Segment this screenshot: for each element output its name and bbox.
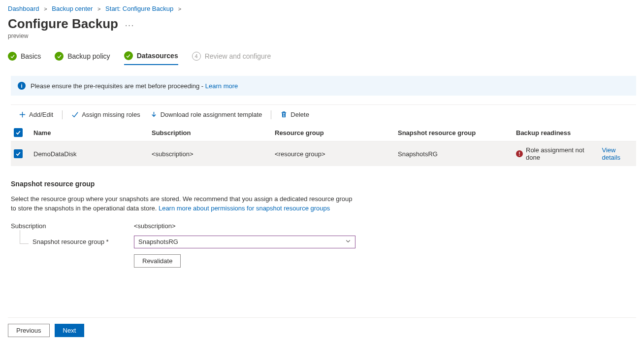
snapshot-rg-select[interactable]: SnapshotsRG — [134, 236, 355, 248]
step-backup-policy[interactable]: Backup policy — [55, 52, 110, 65]
section-description: Select the resource group where your sna… — [11, 195, 355, 213]
revalidate-button[interactable]: Revalidate — [134, 254, 181, 268]
step-datasources[interactable]: Datasources — [124, 51, 178, 65]
check-circle-icon — [8, 52, 17, 61]
col-snapshot-rg: Snapshot resource group — [395, 129, 513, 137]
download-icon — [150, 111, 158, 118]
view-details-link[interactable]: View details — [602, 146, 633, 161]
page-title: Configure Backup — [8, 16, 118, 32]
cell-snapshot-rg: SnapshotsRG — [395, 150, 513, 158]
toolbar-separator — [62, 110, 63, 119]
wizard-steps: Basics Backup policy Datasources 4 Revie… — [8, 51, 636, 65]
col-name: Name — [31, 129, 149, 137]
trash-icon — [280, 111, 288, 118]
check-icon — [71, 111, 79, 118]
col-resource-group: Resource group — [272, 129, 395, 137]
step-number-icon: 4 — [192, 52, 201, 61]
section-heading: Snapshot resource group — [11, 180, 636, 188]
breadcrumb-start-configure[interactable]: Start: Configure Backup — [105, 5, 173, 12]
cell-readiness: Role assignment not done — [526, 146, 594, 161]
info-learn-more-link[interactable]: Learn more — [205, 82, 238, 90]
chevron-down-icon — [345, 238, 351, 245]
cell-resource-group: <resource group> — [272, 150, 395, 158]
col-subscription: Subscription — [149, 129, 272, 137]
toolbar-separator — [271, 110, 271, 119]
assign-roles-button[interactable]: Assign missing roles — [66, 109, 145, 120]
chevron-right-icon: > — [44, 6, 47, 12]
step-basics[interactable]: Basics — [8, 52, 41, 65]
table-header-row: Name Subscription Resource group Snapsho… — [11, 124, 636, 141]
plus-icon — [19, 111, 26, 118]
previous-button[interactable]: Previous — [8, 324, 50, 337]
permissions-learn-more-link[interactable]: Learn more about permissions for snapsho… — [159, 205, 330, 212]
snapshot-rg-row: Snapshot resource group * SnapshotsRG — [11, 236, 636, 248]
datasource-table: Name Subscription Resource group Snapsho… — [11, 124, 636, 166]
col-readiness: Backup readiness — [513, 129, 636, 137]
check-circle-icon — [124, 51, 133, 60]
cell-name: DemoDataDisk — [31, 150, 149, 158]
revalidate-row: Revalidate — [11, 254, 636, 268]
more-actions-icon[interactable]: ··· — [125, 21, 134, 30]
delete-button[interactable]: Delete — [275, 109, 314, 120]
info-banner: i Please ensure the pre-requisites are m… — [11, 76, 636, 96]
chevron-right-icon: > — [97, 6, 100, 12]
snapshot-rg-label: Snapshot resource group * — [32, 238, 109, 245]
info-text: Please ensure the pre-requisites are met… — [31, 82, 205, 90]
subscription-row: Subscription <subscription> — [11, 222, 636, 230]
row-checkbox[interactable] — [14, 149, 23, 158]
next-button[interactable]: Next — [55, 324, 85, 337]
tree-connector-icon — [20, 230, 29, 244]
add-edit-button[interactable]: Add/Edit — [14, 109, 58, 120]
chevron-right-icon: > — [178, 6, 181, 12]
download-template-button[interactable]: Download role assignment template — [145, 109, 267, 120]
breadcrumb: Dashboard > Backup center > Start: Confi… — [8, 0, 636, 15]
subscription-value: <subscription> — [134, 222, 176, 230]
table-row[interactable]: DemoDataDisk <subscription> <resource gr… — [11, 141, 636, 166]
check-circle-icon — [55, 52, 64, 61]
wizard-footer: Previous Next — [8, 317, 636, 337]
info-icon: i — [18, 82, 26, 90]
select-all-checkbox[interactable] — [14, 128, 23, 137]
cell-subscription: <subscription> — [149, 150, 272, 158]
page-subtitle: preview — [8, 33, 636, 39]
breadcrumb-backup-center[interactable]: Backup center — [52, 5, 93, 12]
subscription-label: Subscription — [11, 222, 134, 230]
error-icon: ! — [516, 150, 523, 157]
step-review: 4 Review and configure — [192, 52, 271, 65]
breadcrumb-dashboard[interactable]: Dashboard — [8, 5, 39, 12]
datasource-toolbar: Add/Edit Assign missing roles Download r… — [11, 104, 636, 124]
snapshot-rg-selected: SnapshotsRG — [138, 238, 178, 245]
